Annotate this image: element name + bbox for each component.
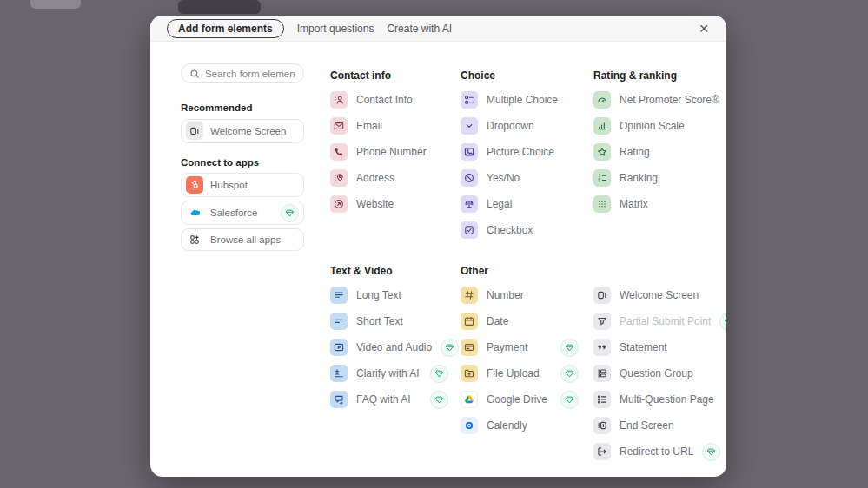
item-multiple-choice[interactable]: Multiple Choice [461,91,579,109]
dropdown-icon [461,117,478,135]
sidebar-card-welcome-screen[interactable]: Welcome Screen [181,119,304,143]
item-payment[interactable]: Payment [461,339,579,356]
item-number[interactable]: Number [461,287,579,304]
end-screen-icon [593,417,611,434]
salesforce-icon [186,204,203,221]
premium-gem-badge [560,391,579,409]
item-redirect-to-url[interactable]: Redirect to URL [593,443,712,460]
item-label: Question Group [620,367,693,379]
item-google-drive[interactable]: Google Drive [461,391,579,408]
modal-header: Add form elements Import questions Creat… [150,16,726,42]
item-label: Date [487,315,508,327]
item-calendly[interactable]: Calendly [461,417,579,434]
item-net-promoter-score[interactable]: Net Promoter Score® [593,91,712,109]
sidebar-card-label: Browse all apps [210,234,281,245]
sidebar-card-label: Hubspot [210,180,248,190]
premium-gem-badge [560,339,579,357]
nps-icon [593,91,611,109]
group-text-video: Text & VideoLong TextShort TextVideo and… [330,265,461,417]
item-file-upload[interactable]: File Upload [461,365,579,382]
group-title: Text & Video [330,265,461,278]
item-clarify-with-ai[interactable]: Clarify with AI [330,365,448,382]
group-other: OtherNumberDatePaymentFile UploadGoogle … [461,265,593,443]
welcome-screen-icon [186,122,203,140]
partial-submit-icon [593,313,611,330]
item-website[interactable]: Website [330,195,448,213]
sidebar-card-salesforce[interactable]: Salesforce [181,201,304,225]
short-text-icon [330,313,348,330]
sidebar-section-title: Recommended [181,102,304,113]
tab-add-form-elements[interactable]: Add form elements [167,19,284,38]
premium-gem-badge [560,365,579,383]
sidebar-card-label: Welcome Screen [210,126,286,136]
item-faq-with-ai[interactable]: FAQ with AI [330,391,448,408]
item-question-group[interactable]: Question Group [593,365,712,382]
redirect-url-icon [593,443,611,460]
item-email[interactable]: Email [330,117,448,135]
item-long-text[interactable]: Long Text [330,287,448,304]
address-icon [330,169,348,187]
item-matrix[interactable]: Matrix [593,195,712,213]
close-icon[interactable]: ✕ [695,21,712,36]
item-end-screen[interactable]: End Screen [593,417,712,434]
sidebar-card-browse-all-apps[interactable]: Browse all apps [181,228,304,251]
item-partial-submit-point[interactable]: Partial Submit Point [593,313,712,330]
calendly-icon [461,417,478,434]
tab-create-with-ai[interactable]: Create with AI [387,23,452,34]
item-label: Address [356,172,394,184]
group-title: Rating & ranking [593,69,726,82]
date-icon [461,313,478,330]
matrix-icon [593,195,611,213]
item-short-text[interactable]: Short Text [330,313,448,330]
item-label: Clarify with AI [356,367,420,379]
item-statement[interactable]: Statement [593,339,712,356]
item-contact-info[interactable]: Contact Info [330,91,448,109]
statement-icon [593,339,611,356]
search-input[interactable] [205,69,295,79]
item-picture-choice[interactable]: Picture Choice [461,143,579,161]
item-video-and-audio[interactable]: Video and Audio [330,339,448,356]
item-label: FAQ with AI [356,393,411,406]
item-rating[interactable]: Rating [593,143,712,161]
number-icon [461,287,478,304]
item-welcome-screen[interactable]: Welcome Screen [593,287,712,304]
long-text-icon [330,287,348,304]
add-form-elements-modal: Add form elements Import questions Creat… [150,16,726,477]
group-choice: ChoiceMultiple ChoiceDropdownPicture Cho… [461,69,593,247]
item-date[interactable]: Date [461,313,579,330]
group-contact-info: Contact infoContact InfoEmailPhone Numbe… [330,69,461,221]
item-label: Partial Submit Point [620,315,711,327]
item-label: Video and Audio [356,341,432,353]
item-label: Picture Choice [487,146,554,158]
item-ranking[interactable]: Ranking [593,169,712,187]
group-rating-ranking: Rating & rankingNet Promoter Score®Opini… [593,69,726,221]
item-legal[interactable]: Legal [461,195,579,213]
premium-gem-badge [719,313,726,331]
browse-apps-icon [186,231,203,248]
tab-import-questions[interactable]: Import questions [297,23,374,34]
item-label: Website [356,198,394,210]
welcome-screen-icon [593,287,611,304]
item-label: Yes/No [487,172,520,184]
item-address[interactable]: Address [330,169,448,187]
item-opinion-scale[interactable]: Opinion Scale [593,117,712,135]
opinion-scale-icon [593,117,611,135]
contact-info-icon [330,91,348,109]
item-checkbox[interactable]: Checkbox [461,221,579,239]
checkbox-icon [461,221,478,239]
item-label: Multiple Choice [487,94,558,106]
element-groups: Contact infoContact InfoEmailPhone Numbe… [330,69,726,469]
yes-no-icon [461,169,478,187]
legal-icon [461,195,478,213]
item-label: Number [487,289,524,301]
item-multi-question-page[interactable]: Multi-Question Page [593,391,712,408]
item-label: Statement [620,341,667,353]
item-phone-number[interactable]: Phone Number [330,143,448,161]
item-label: Google Drive [487,393,547,406]
sidebar-card-hubspot[interactable]: Hubspot [181,173,304,197]
phone-icon [330,143,348,161]
group-title: Other [461,265,593,278]
item-yes-no[interactable]: Yes/No [461,169,579,187]
item-label: Rating [620,146,650,158]
item-dropdown[interactable]: Dropdown [461,117,579,135]
